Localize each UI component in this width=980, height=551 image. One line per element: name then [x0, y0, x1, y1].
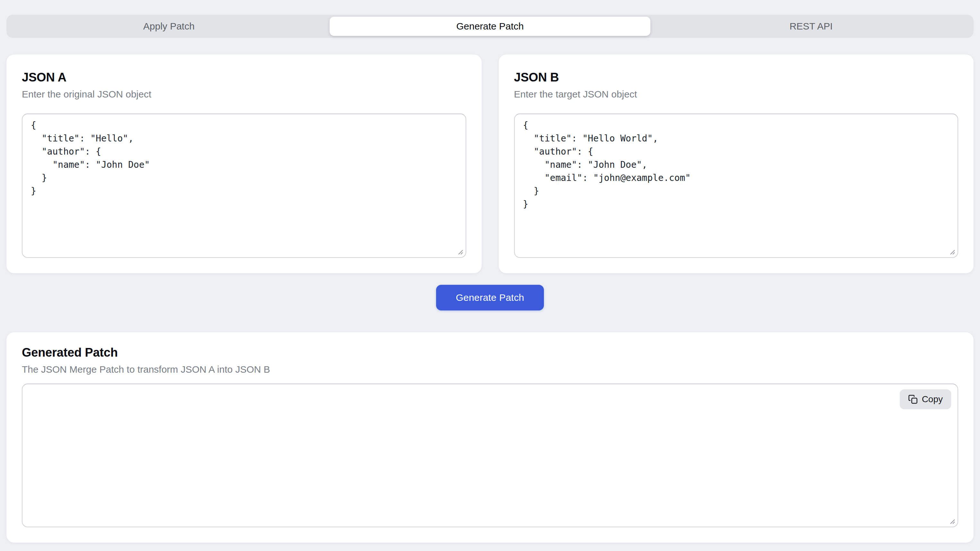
- generate-patch-button[interactable]: Generate Patch: [436, 285, 544, 310]
- json-a-subtitle: Enter the original JSON object: [22, 88, 466, 101]
- copy-icon: [908, 394, 918, 404]
- json-b-input[interactable]: { "title": "Hello World", "author": { "n…: [514, 114, 958, 258]
- json-b-subtitle: Enter the target JSON object: [514, 88, 958, 101]
- action-row: Generate Patch: [6, 285, 974, 310]
- tab-rest-api[interactable]: REST API: [651, 17, 972, 36]
- generated-patch-card: Generated Patch The JSON Merge Patch to …: [6, 332, 974, 543]
- json-b-card: JSON B Enter the target JSON object { "t…: [499, 54, 974, 273]
- generated-patch-title: Generated Patch: [22, 345, 958, 360]
- input-cards-row: JSON A Enter the original JSON object { …: [6, 54, 974, 273]
- json-a-card: JSON A Enter the original JSON object { …: [6, 54, 482, 273]
- tab-apply-patch[interactable]: Apply Patch: [8, 17, 329, 36]
- copy-button[interactable]: Copy: [900, 389, 951, 409]
- generated-patch-subtitle: The JSON Merge Patch to transform JSON A…: [22, 363, 958, 376]
- page: Apply Patch Generate Patch REST API JSON…: [0, 0, 980, 551]
- tab-bar: Apply Patch Generate Patch REST API: [6, 15, 974, 38]
- tab-generate-patch[interactable]: Generate Patch: [329, 17, 651, 36]
- generated-patch-output-wrap: Copy: [22, 384, 958, 527]
- json-a-textarea-wrap: { "title": "Hello", "author": { "name": …: [22, 114, 466, 258]
- json-a-input[interactable]: { "title": "Hello", "author": { "name": …: [22, 114, 466, 258]
- json-a-title: JSON A: [22, 70, 466, 85]
- json-b-textarea-wrap: { "title": "Hello World", "author": { "n…: [514, 114, 958, 258]
- json-b-title: JSON B: [514, 70, 958, 85]
- copy-button-label: Copy: [922, 394, 943, 405]
- generated-patch-output[interactable]: [22, 384, 958, 527]
